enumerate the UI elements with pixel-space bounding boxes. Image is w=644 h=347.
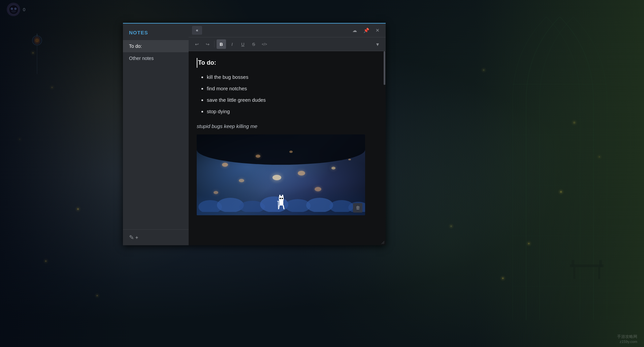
format-dropdown-button[interactable]: ▾ xyxy=(373,39,382,49)
add-note-button[interactable]: ✎ + xyxy=(129,234,138,241)
toolbar-separator xyxy=(214,41,215,48)
list-item: stop dying xyxy=(207,107,378,116)
editor-area: « ☁ 📌 ✕ ↩ ↪ xyxy=(189,24,386,245)
italic-button[interactable]: I xyxy=(227,39,237,49)
svg-rect-29 xyxy=(279,195,281,197)
code-button[interactable]: </> xyxy=(260,39,269,49)
sidebar-footer: ✎ + xyxy=(123,229,189,245)
svg-rect-5 xyxy=(570,264,604,267)
undo-button[interactable]: ↩ xyxy=(192,39,201,49)
arch-decoration xyxy=(492,17,627,320)
note-list: kill the bug bosses find more notches sa… xyxy=(197,73,378,116)
close-button[interactable]: ✕ xyxy=(373,26,382,35)
format-toolbar: ↩ ↪ B I U S </> ▾ xyxy=(189,37,386,51)
app-panel: NOTES To do: Other notes ✎ + « xyxy=(123,23,386,245)
bench-decoration xyxy=(567,259,607,280)
chevron-down-icon: ▾ xyxy=(376,41,379,48)
list-item: find more notches xyxy=(207,85,378,93)
sidebar-item-todo[interactable]: To do: xyxy=(123,40,189,52)
sidebar-header: NOTES xyxy=(123,24,189,40)
svg-point-20 xyxy=(217,198,244,212)
svg-point-13 xyxy=(35,38,39,42)
trash-icon: 🗑 xyxy=(356,205,360,210)
svg-rect-32 xyxy=(282,198,283,199)
note-content[interactable]: To do: kill the bug bosses find more not… xyxy=(189,51,386,245)
delete-image-button[interactable]: 🗑 xyxy=(353,203,362,213)
sidebar-item-other[interactable]: Other notes xyxy=(123,52,189,64)
note-title: To do: xyxy=(197,58,378,68)
cloud-icon: ☁ xyxy=(352,28,357,33)
svg-rect-30 xyxy=(282,195,283,197)
undo-icon: ↩ xyxy=(195,42,199,47)
strikethrough-button[interactable]: S xyxy=(249,39,258,49)
redo-icon: ↪ xyxy=(206,42,210,47)
sidebar: NOTES To do: Other notes ✎ + xyxy=(123,24,189,245)
italic-note-text: stupid bugs keep killing me xyxy=(197,122,378,130)
svg-rect-6 xyxy=(573,267,575,279)
scrollbar-track[interactable] xyxy=(383,51,386,245)
left-bg xyxy=(0,0,135,347)
svg-line-36 xyxy=(383,243,384,244)
toolbar-left: « xyxy=(192,26,202,35)
list-item: save the little green dudes xyxy=(207,96,378,104)
svg-line-35 xyxy=(382,241,384,244)
list-item: kill the bug bosses xyxy=(207,73,378,81)
cloud-sync-button[interactable]: ☁ xyxy=(350,26,359,35)
svg-point-18 xyxy=(11,10,16,12)
svg-point-15 xyxy=(9,5,18,14)
scrollbar-thumb[interactable] xyxy=(384,51,385,85)
top-toolbar: « ☁ 📌 ✕ xyxy=(189,24,386,37)
sidebar-items: To do: Other notes xyxy=(123,40,189,229)
game-logo: 0 xyxy=(7,3,25,16)
underline-button[interactable]: U xyxy=(238,39,248,49)
screenshot-dark-top xyxy=(197,134,365,165)
pin-icon: 📌 xyxy=(363,28,369,33)
toolbar-right: ☁ 📌 ✕ xyxy=(350,26,382,35)
pin-button[interactable]: 📌 xyxy=(361,26,371,35)
svg-point-17 xyxy=(14,7,17,10)
toolbar-right-section: ▾ xyxy=(373,39,382,49)
game-screenshot-image: 🗑 xyxy=(197,134,365,215)
svg-point-16 xyxy=(10,7,13,10)
watermark: 手游攻略网 z159y.com xyxy=(617,334,637,344)
pencil-plus-icon: ✎ xyxy=(129,234,134,241)
bold-button[interactable]: B xyxy=(217,39,226,49)
close-icon: ✕ xyxy=(376,28,380,33)
svg-rect-8 xyxy=(572,260,574,267)
svg-point-24 xyxy=(306,198,333,212)
svg-rect-34 xyxy=(277,201,280,202)
svg-rect-33 xyxy=(278,201,279,208)
svg-rect-7 xyxy=(598,267,600,279)
knight-character xyxy=(276,194,286,209)
resize-handle[interactable] xyxy=(381,241,385,245)
lantern-decoration xyxy=(29,34,45,75)
svg-rect-31 xyxy=(280,198,281,199)
collapse-button[interactable]: « xyxy=(192,26,202,35)
svg-rect-27 xyxy=(279,200,283,206)
redo-button[interactable]: ↪ xyxy=(203,39,212,49)
sidebar-title: NOTES xyxy=(129,30,183,35)
svg-rect-9 xyxy=(599,260,602,267)
